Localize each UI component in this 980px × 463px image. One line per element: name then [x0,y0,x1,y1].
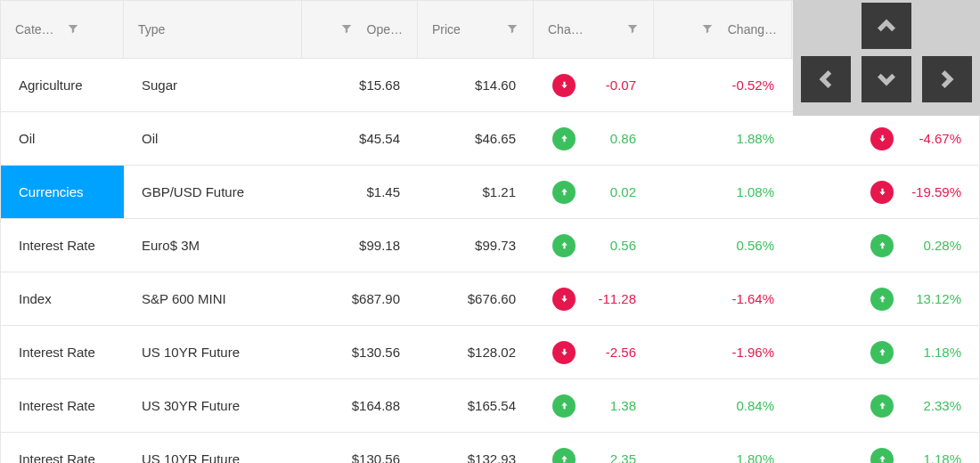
cell-change: 0.56 [534,219,654,272]
cell-price: $14.60 [418,59,534,111]
header-open[interactable]: Ope… [302,1,418,58]
cell-open: $130.56 [302,433,418,463]
header-label: Cate… [15,22,54,37]
table-row[interactable]: IndexS&P 600 MINI$687.90$676.60-11.28-1.… [1,272,979,326]
arrow-up-icon [870,234,894,257]
header-change-pct[interactable]: Chang… [654,1,792,58]
cell-type: US 10YR Future [124,433,302,463]
type-value: US 10YR Future [142,345,240,360]
nav-down-button[interactable] [862,56,911,102]
change-year-value: -4.67% [906,131,961,146]
change-year-value: -19.59% [906,184,961,199]
arrow-down-icon [552,288,576,311]
change-pct-value: 1.88% [736,131,774,146]
header-change[interactable]: Cha… [534,1,654,58]
category-value: Interest Rate [19,345,95,360]
cell-open: $99.18 [302,219,418,272]
filter-icon[interactable] [506,22,519,37]
cell-open: $45.54 [302,112,418,165]
cell-change-pct: -1.64% [654,272,792,325]
change-value: 0.02 [592,184,636,199]
category-value: Index [19,291,52,306]
cell-change-year: 1.18% [792,433,979,463]
cell-category[interactable]: Agriculture [1,59,124,111]
header-type[interactable]: Type [124,1,302,58]
arrow-up-icon [552,448,576,464]
cell-change: 0.02 [534,166,654,218]
table-row[interactable]: OilOil$45.54$46.650.861.88%-4.67% [1,112,979,166]
cell-category[interactable]: Index [1,272,124,325]
cell-category[interactable]: Interest Rate [1,219,124,272]
cell-category[interactable]: Interest Rate [1,433,124,463]
arrow-up-icon [870,394,894,418]
cell-open: $15.68 [302,59,418,111]
change-value: 2.35 [592,451,636,463]
cell-change: 0.86 [534,112,654,165]
cell-change: 2.35 [534,433,654,463]
cell-open: $1.45 [302,166,418,218]
cell-change-pct: -0.52% [654,59,792,111]
category-value: Oil [19,131,35,146]
cell-price: $165.54 [418,379,534,432]
change-year-value: 2.33% [906,398,961,413]
cell-type: Euro$ 3M [124,219,302,272]
cell-change-year: -19.59% [792,166,979,218]
cell-category[interactable]: Interest Rate [1,379,124,432]
open-value: $99.18 [359,238,400,253]
header-label: Ope… [367,22,403,37]
change-pct-value: 0.56% [736,238,774,253]
cell-change: 1.38 [534,379,654,432]
arrow-up-icon [552,127,576,150]
nav-left-button[interactable] [801,56,851,102]
header-label: Type [138,22,165,37]
price-value: $46.65 [475,131,516,146]
cell-open: $164.88 [302,379,418,432]
cell-change: -11.28 [534,272,654,325]
grid-body: AgricultureSugar$15.68$14.60-0.07-0.52%O… [1,59,979,463]
nav-up-button[interactable] [862,3,911,49]
cell-change-pct: 0.56% [654,219,792,272]
change-pct-value: -0.52% [731,77,774,93]
filter-icon[interactable] [67,22,79,37]
cell-change-year: 2.33% [792,379,979,432]
header-price[interactable]: Price [418,1,534,58]
change-pct-value: -1.64% [731,291,774,306]
change-pct-value: 0.84% [736,398,774,413]
change-value: 1.38 [592,398,636,413]
cell-category[interactable]: Oil [1,112,124,165]
price-value: $128.02 [468,345,516,360]
cell-type: US 10YR Future [124,326,302,378]
table-row[interactable]: Interest RateEuro$ 3M$99.18$99.730.560.5… [1,219,979,272]
header-category[interactable]: Cate… [1,1,124,58]
change-pct-value: 1.08% [736,184,774,199]
arrow-down-icon [552,74,576,97]
table-row[interactable]: Interest RateUS 10YR Future$130.56$128.0… [1,326,979,379]
arrow-up-icon [552,181,576,204]
cell-change-pct: 1.08% [654,166,792,218]
filter-icon[interactable] [340,22,353,37]
change-value: 0.86 [592,131,636,146]
nav-right-button[interactable] [922,56,972,102]
category-value: Agriculture [19,77,83,93]
price-value: $99.73 [475,238,516,253]
open-value: $45.54 [359,131,400,146]
table-row[interactable]: CurrenciesGBP/USD Future$1.45$1.210.021.… [1,166,979,219]
filter-icon[interactable] [701,22,714,37]
type-value: Oil [142,131,158,146]
arrow-up-icon [552,234,576,257]
change-value: 0.56 [592,238,636,253]
price-value: $165.54 [468,398,516,413]
type-value: US 30YR Future [142,398,240,413]
cell-change-pct: -1.96% [654,326,792,378]
arrow-down-icon [870,127,894,150]
table-row[interactable]: Interest RateUS 30YR Future$164.88$165.5… [1,379,979,433]
header-label: Chang… [728,22,777,37]
filter-icon[interactable] [626,22,639,37]
type-value: S&P 600 MINI [142,291,226,306]
cell-category[interactable]: Interest Rate [1,326,124,378]
cell-price: $676.60 [418,272,534,325]
header-label: Price [432,22,461,37]
cell-change-year: -4.67% [792,112,979,165]
cell-category[interactable]: Currencies [1,166,124,218]
table-row[interactable]: Interest RateUS 10YR Future$130.56$132.9… [1,433,979,463]
